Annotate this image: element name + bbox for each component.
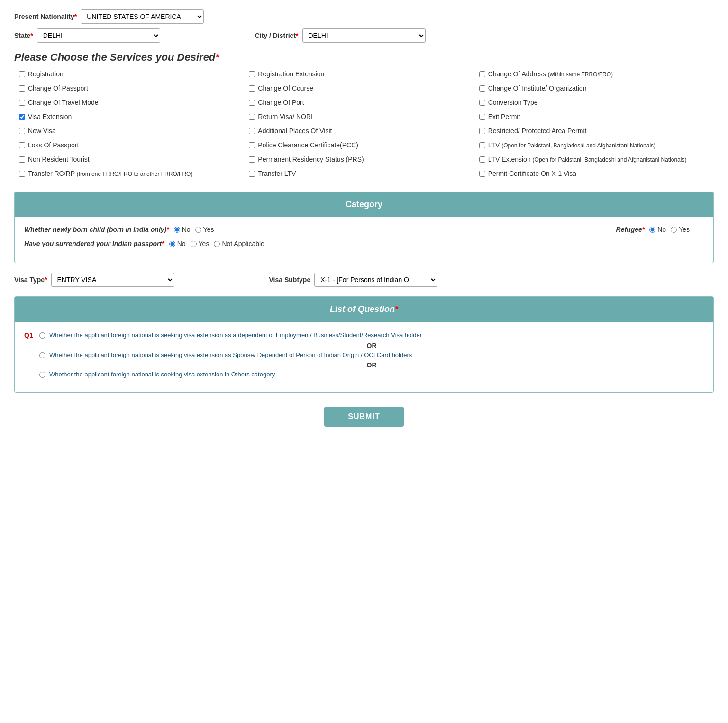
conversion-type-checkbox[interactable] — [479, 100, 485, 106]
visa-subtype-label: Visa Subtype — [269, 276, 311, 284]
newly-born-no-radio[interactable] — [174, 227, 180, 233]
permit-certificate-label[interactable]: Permit Certificate On X-1 Visa — [488, 170, 576, 177]
loss-passport-label[interactable]: Loss Of Passport — [28, 141, 79, 149]
service-transfer-rc-rp: Transfer RC/RP (from one FRRO/FRO to ano… — [19, 170, 249, 177]
change-institute-label[interactable]: Change Of Institute/ Organization — [488, 84, 587, 92]
category-row-1: Whether newly born child (born in India … — [24, 226, 704, 233]
city-select[interactable]: DELHI — [302, 28, 426, 43]
service-registration-extension: Registration Extension — [249, 70, 479, 78]
transfer-rc-rp-label[interactable]: Transfer RC/RP (from one FRRO/FRO to ano… — [28, 170, 192, 177]
q1-or1: OR — [39, 342, 704, 349]
additional-places-checkbox[interactable] — [249, 128, 255, 134]
ltv-extension-label[interactable]: LTV Extension (Open for Pakistani, Bangl… — [488, 156, 687, 163]
visa-extension-label[interactable]: Visa Extension — [28, 113, 72, 120]
refugee-no-option[interactable]: No — [649, 226, 666, 233]
non-resident-tourist-label[interactable]: Non Resident Tourist — [28, 156, 90, 163]
newly-born-no-option[interactable]: No — [174, 226, 191, 233]
surrendered-no-radio[interactable] — [169, 241, 175, 247]
refugee-yes-option[interactable]: Yes — [671, 226, 690, 233]
police-clearance-checkbox[interactable] — [249, 142, 255, 148]
q1-option3-radio[interactable] — [39, 372, 46, 378]
service-change-institute: Change Of Institute/ Organization — [479, 84, 709, 92]
return-visa-nori-label[interactable]: Return Visa/ NORI — [258, 113, 313, 120]
nationality-label: Present Nationality* — [14, 13, 77, 20]
ltv-extension-checkbox[interactable] — [479, 156, 485, 163]
permit-certificate-checkbox[interactable] — [479, 171, 485, 177]
visa-type-select[interactable]: ENTRY VISA — [51, 273, 174, 287]
new-visa-label[interactable]: New Visa — [28, 127, 56, 135]
permanent-residency-label[interactable]: Permanent Residency Status (PRS) — [258, 156, 364, 163]
registration-label[interactable]: Registration — [28, 70, 64, 78]
change-course-label[interactable]: Change Of Course — [258, 84, 313, 92]
refugee-no-radio[interactable] — [649, 227, 655, 233]
visa-subtype-select[interactable]: X-1 - [For Persons of Indian O — [314, 273, 437, 287]
change-passport-label[interactable]: Change Of Passport — [28, 84, 88, 92]
restricted-area-checkbox[interactable] — [479, 128, 485, 134]
surrendered-na-option[interactable]: Not Applicable — [214, 240, 264, 247]
non-resident-tourist-checkbox[interactable] — [19, 156, 25, 163]
q1-option1-link[interactable]: Whether the applicant foreign national i… — [49, 331, 422, 339]
service-change-address: Change Of Address (within same FRRO/FRO) — [479, 70, 709, 78]
ltv-label[interactable]: LTV (Open for Pakistani, Bangladeshi and… — [488, 141, 655, 149]
exit-permit-checkbox[interactable] — [479, 114, 485, 120]
return-visa-nori-checkbox[interactable] — [249, 114, 255, 120]
change-course-checkbox[interactable] — [249, 85, 255, 92]
change-address-label[interactable]: Change Of Address (within same FRRO/FRO) — [488, 70, 613, 78]
change-travel-mode-checkbox[interactable] — [19, 100, 25, 106]
q1-option3-row: Whether the applicant foreign national i… — [24, 371, 704, 378]
transfer-ltv-checkbox[interactable] — [249, 171, 255, 177]
permanent-residency-checkbox[interactable] — [249, 156, 255, 163]
visa-extension-checkbox[interactable] — [19, 114, 25, 120]
refugee-label: Refugee* — [616, 226, 645, 233]
surrendered-yes-radio[interactable] — [191, 241, 197, 247]
state-select[interactable]: DELHI — [37, 28, 160, 43]
q1-option2-radio[interactable] — [39, 352, 46, 358]
q1-option2-link[interactable]: Whether the applicant foreign national i… — [49, 351, 412, 358]
questions-body: Q1 Whether the applicant foreign nationa… — [15, 322, 713, 392]
refugee-yes-radio[interactable] — [671, 227, 677, 233]
submit-button[interactable]: SUBMIT — [324, 407, 403, 427]
change-port-checkbox[interactable] — [249, 100, 255, 106]
q1-number: Q1 — [24, 331, 36, 339]
service-change-travel-mode: Change Of Travel Mode — [19, 99, 249, 106]
category-body: Whether newly born child (born in India … — [15, 217, 713, 263]
services-grid: Registration Change Of Passport Change O… — [14, 70, 714, 177]
change-port-label[interactable]: Change Of Port — [258, 99, 304, 106]
registration-extension-checkbox[interactable] — [249, 71, 255, 77]
services-col-1: Registration Change Of Passport Change O… — [19, 70, 249, 177]
category-section: Category Whether newly born child (born … — [14, 192, 714, 263]
restricted-area-label[interactable]: Restricted/ Protected Area Permit — [488, 127, 587, 135]
transfer-rc-rp-checkbox[interactable] — [19, 171, 25, 177]
surrendered-yes-option[interactable]: Yes — [191, 240, 209, 247]
police-clearance-label[interactable]: Police Clearance Certificate(PCC) — [258, 141, 358, 149]
change-address-checkbox[interactable] — [479, 71, 485, 77]
transfer-ltv-label[interactable]: Transfer LTV — [258, 170, 296, 177]
loss-passport-checkbox[interactable] — [19, 142, 25, 148]
q1-option3-link[interactable]: Whether the applicant foreign national i… — [49, 371, 275, 378]
questions-header: List of Question* — [15, 297, 713, 322]
service-loss-passport: Loss Of Passport — [19, 141, 249, 149]
q1-option1-radio[interactable] — [39, 332, 46, 339]
services-col-2: Registration Extension Change Of Course … — [249, 70, 479, 177]
new-visa-checkbox[interactable] — [19, 128, 25, 134]
additional-places-label[interactable]: Additional Places Of Visit — [258, 127, 332, 135]
registration-checkbox[interactable] — [19, 71, 25, 77]
service-ltv-extension: LTV Extension (Open for Pakistani, Bangl… — [479, 156, 709, 163]
newly-born-yes-option[interactable]: Yes — [195, 226, 214, 233]
surrendered-no-option[interactable]: No — [169, 240, 186, 247]
conversion-type-label[interactable]: Conversion Type — [488, 99, 538, 106]
registration-extension-label[interactable]: Registration Extension — [258, 70, 324, 78]
state-label: State* — [14, 32, 33, 39]
change-institute-checkbox[interactable] — [479, 85, 485, 92]
services-col-3: Change Of Address (within same FRRO/FRO)… — [479, 70, 709, 177]
change-travel-mode-label[interactable]: Change Of Travel Mode — [28, 99, 99, 106]
change-passport-checkbox[interactable] — [19, 85, 25, 92]
surrendered-na-radio[interactable] — [214, 241, 220, 247]
ltv-checkbox[interactable] — [479, 142, 485, 148]
nationality-select[interactable]: UNITED STATES OF AMERICA — [81, 9, 204, 24]
newly-born-yes-radio[interactable] — [195, 227, 201, 233]
exit-permit-label[interactable]: Exit Permit — [488, 113, 520, 120]
refugee-radio-group: No Yes — [649, 226, 690, 233]
category-header: Category — [15, 192, 713, 217]
service-permanent-residency: Permanent Residency Status (PRS) — [249, 156, 479, 163]
